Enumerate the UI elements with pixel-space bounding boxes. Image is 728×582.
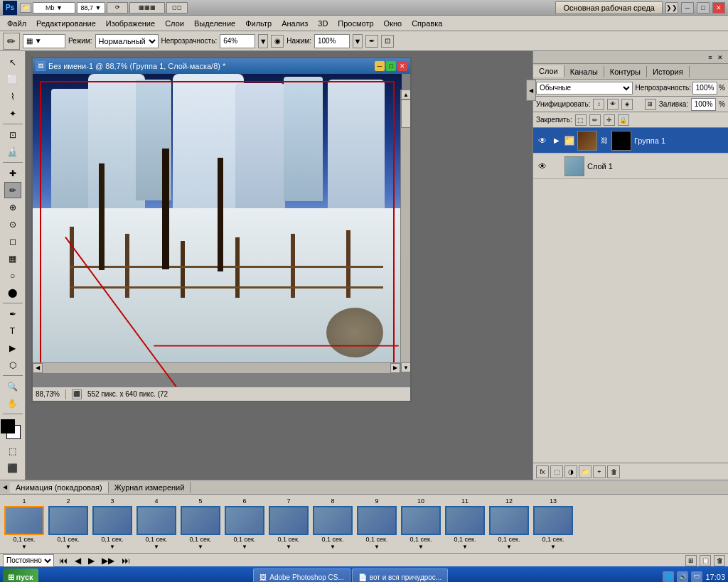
lock-position-btn[interactable]: ✛ [604, 114, 615, 126]
layer-delete-btn[interactable]: 🗑 [607, 465, 620, 478]
anim-next-btn[interactable]: ▶▶ [100, 556, 117, 566]
tool-lasso[interactable]: ⌇ [4, 88, 21, 104]
doc-minimize-btn[interactable]: ─ [375, 61, 385, 71]
scroll-up-btn[interactable]: ▲ [401, 90, 410, 99]
layer-expand-group1[interactable]: ▶ [552, 136, 562, 146]
flow-arrow[interactable]: ▼ [353, 34, 363, 48]
minimize-btn[interactable]: ─ [681, 2, 694, 14]
frame-delay-12[interactable]: ▼ [506, 544, 512, 550]
tool-text[interactable]: T [4, 323, 21, 339]
panel-close-btn2[interactable]: ✕ [715, 53, 725, 63]
tool-brush[interactable]: ✏ [4, 182, 21, 198]
tool-magic-wand[interactable]: ✦ [4, 105, 21, 122]
tool-healing[interactable]: ✚ [4, 165, 21, 181]
layer-fx-btn[interactable]: fx [536, 465, 549, 478]
scroll-right-btn[interactable]: ▶ [390, 363, 400, 373]
anim-frame-7[interactable]: 7 0,1 сек. ▼ [267, 497, 310, 550]
layer-mask-btn[interactable]: ⬚ [550, 465, 563, 478]
opacity-display[interactable]: 64% [220, 34, 255, 48]
opacity-arrow[interactable]: ▼ [258, 34, 268, 48]
frame-delay-4[interactable]: ▼ [154, 544, 159, 550]
frame-thumb-9[interactable] [357, 506, 397, 535]
distribute-btn[interactable]: ⊞ [645, 99, 656, 110]
toolbar-icon-2[interactable]: ⟳ [107, 2, 128, 14]
anim-frame-8[interactable]: 8 0,1 сек. ▼ [311, 497, 354, 550]
tool-zoom[interactable]: 🔍 [4, 378, 21, 394]
toolbar-icon-3[interactable]: ▦▦▦ [129, 2, 165, 14]
anim-copy-btn[interactable]: 📋 [700, 555, 711, 566]
anim-frame-1[interactable]: 1 0,1 сек. ▼ [3, 497, 46, 550]
tool-pen[interactable]: ✒ [4, 306, 21, 322]
anim-frame-10[interactable]: 10 0,1 сек. ▼ [400, 497, 442, 550]
anim-frame-6[interactable]: 6 0,1 сек. ▼ [223, 497, 266, 550]
unify-visibility-btn[interactable]: 👁 [607, 99, 619, 110]
anim-last-btn[interactable]: ⏭ [119, 556, 132, 566]
frame-thumb-12[interactable] [489, 506, 529, 535]
menu-analysis[interactable]: Анализ [277, 18, 312, 29]
layer-item-group1[interactable]: 👁 ▶ 📁 ⛓ Группа 1 [533, 128, 728, 153]
foreground-color[interactable] [1, 419, 15, 433]
lock-image-btn[interactable]: ✏ [589, 114, 601, 126]
anim-frame-2[interactable]: 2 0,1 сек. ▼ [47, 497, 90, 550]
anim-first-btn[interactable]: ⏮ [57, 556, 70, 566]
scroll-left-btn[interactable]: ◀ [33, 363, 43, 373]
tool-eraser[interactable]: ◻ [4, 233, 21, 249]
toolbar-icon-1[interactable]: 📁 [20, 3, 31, 13]
menu-edit[interactable]: Редактирование [32, 18, 100, 29]
fill-input[interactable] [691, 98, 716, 111]
status-icon[interactable]: ⬛ [72, 389, 82, 399]
menu-select[interactable]: Выделение [190, 18, 240, 29]
anim-delete-btn[interactable]: 🗑 [714, 555, 725, 566]
frame-thumb-5[interactable] [181, 506, 220, 535]
anim-frame-13[interactable]: 13 0,1 сек. ▼ [532, 497, 574, 550]
frame-thumb-6[interactable] [225, 506, 264, 535]
frame-thumb-8[interactable] [313, 506, 353, 535]
layer-new-btn[interactable]: + [593, 465, 606, 478]
tool-dodge[interactable]: ⬤ [4, 284, 21, 301]
bottom-panel-toggle[interactable]: ◀ [0, 481, 10, 494]
zoom-display[interactable]: 88,7 ▼ [77, 2, 105, 14]
menu-help[interactable]: Справка [407, 18, 446, 29]
frame-thumb-7[interactable] [269, 506, 309, 535]
opacity-input[interactable] [692, 82, 717, 95]
menu-3d[interactable]: 3D [314, 18, 332, 29]
anim-frame-5[interactable]: 5 0,1 сек. ▼ [179, 497, 222, 550]
lock-transparent-btn[interactable]: ⬚ [575, 114, 587, 126]
tool-clone[interactable]: ⊕ [4, 199, 21, 215]
menu-view[interactable]: Просмотр [333, 18, 378, 29]
flow-display[interactable]: 100% [314, 34, 350, 48]
frame-delay-8[interactable]: ▼ [330, 544, 336, 550]
anim-frame-11[interactable]: 11 0,1 сек. ▼ [444, 497, 486, 550]
menu-window[interactable]: Окно [380, 18, 407, 29]
frame-thumb-3[interactable] [92, 506, 132, 535]
mode-select[interactable]: Нормальный [95, 34, 159, 48]
brush-preset[interactable]: ▦ ▼ [23, 34, 65, 48]
loop-select[interactable]: Постоянно [3, 554, 54, 567]
anim-frame-9[interactable]: 9 0,1 сек. ▼ [355, 497, 398, 550]
pen-pressure-btn[interactable]: ✒ [365, 35, 378, 48]
frame-delay-6[interactable]: ▼ [242, 544, 247, 550]
anim-prev-btn[interactable]: ◀ [73, 556, 83, 566]
frame-delay-10[interactable]: ▼ [418, 544, 424, 550]
frame-delay-7[interactable]: ▼ [286, 544, 291, 550]
frame-delay-3[interactable]: ▼ [109, 544, 115, 550]
blend-mode-select[interactable]: Обычные [536, 82, 633, 95]
tool-screen-mode[interactable]: ⬛ [4, 460, 21, 477]
toolbar-dropdown[interactable]: Mb ▼ [33, 2, 75, 14]
frame-delay-9[interactable]: ▼ [374, 544, 380, 550]
unify-style-btn[interactable]: ◈ [621, 99, 633, 110]
scroll-track-h[interactable] [43, 363, 390, 373]
scroll-thumb-v[interactable] [401, 99, 410, 128]
scroll-track-v[interactable] [401, 99, 410, 362]
tool-eyedropper[interactable]: 🔬 [4, 144, 21, 160]
doc-maximize-btn[interactable]: □ [386, 61, 396, 71]
frame-delay-2[interactable]: ▼ [65, 544, 71, 550]
tool-marquee[interactable]: ⬜ [4, 71, 21, 87]
tab-history[interactable]: История [647, 66, 690, 77]
tool-shape[interactable]: ⬡ [4, 357, 21, 373]
tool-crop[interactable]: ⊡ [4, 126, 21, 143]
anim-tween-btn[interactable]: ⊞ [685, 555, 697, 566]
tab-channels[interactable]: Каналы [564, 66, 604, 77]
frame-delay-5[interactable]: ▼ [198, 544, 203, 550]
horizontal-scrollbar[interactable]: ◀ ▶ [33, 362, 400, 372]
